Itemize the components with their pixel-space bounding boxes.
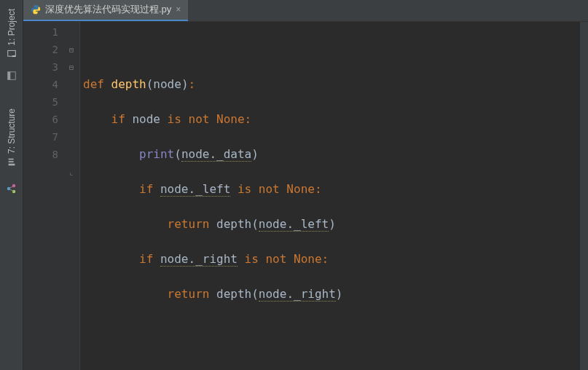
python-file-icon: [31, 4, 41, 15]
tab-filename: 深度优先算法代码实现过程.py: [45, 3, 171, 16]
svg-rect-4: [8, 163, 15, 165]
line-number: 1: [23, 23, 58, 41]
svg-rect-1: [12, 55, 15, 57]
editor[interactable]: 1 2 3 4 5 6 7 8 ⊟ ⊟ ⌞ def depth(node): i…: [23, 22, 588, 370]
code-line: return depth(node._right): [83, 286, 579, 303]
ide-left-toolbar: 1: Project 7: Structure: [0, 0, 23, 370]
line-number: 6: [23, 111, 58, 128]
project-icon: [7, 49, 17, 59]
code-line: return depth(node._left): [83, 216, 579, 233]
svg-rect-5: [8, 161, 13, 162]
code-line: if node is not None:: [83, 111, 579, 128]
svg-line-10: [9, 186, 14, 189]
editor-scrollbar[interactable]: [579, 22, 588, 370]
editor-tab-bar: 深度优先算法代码实现过程.py ×: [23, 0, 588, 22]
fold-marker-icon[interactable]: ⊟: [69, 59, 74, 76]
line-number: 5: [23, 93, 58, 111]
line-number: 7: [23, 128, 58, 146]
sidebar-tab-structure[interactable]: 7: Structure: [4, 103, 20, 173]
svg-rect-6: [8, 158, 13, 160]
code-line: if node._left is not None:: [83, 181, 579, 198]
svg-line-11: [9, 189, 14, 192]
sidebar-tab-label: 1: Project: [7, 9, 17, 46]
code-area[interactable]: def depth(node): if node is not None: pr…: [80, 22, 579, 370]
code-line: def depth(node):: [83, 76, 579, 93]
share-icon: [0, 180, 23, 197]
fold-gutter: ⊟ ⊟ ⌞: [67, 22, 80, 370]
line-number: 2: [23, 41, 58, 58]
structure-icon: [7, 157, 17, 167]
code-line: [83, 41, 579, 58]
svg-rect-3: [7, 71, 10, 79]
line-number: 8: [23, 146, 58, 163]
svg-rect-0: [7, 50, 15, 56]
main-area: 深度优先算法代码实现过程.py × 1 2 3 4 5 6 7 8 ⊟ ⊟ ⌞ …: [23, 0, 588, 370]
tab-close-icon[interactable]: ×: [176, 4, 181, 15]
editor-tab[interactable]: 深度优先算法代码实现过程.py ×: [23, 0, 188, 21]
sidebar-tab-label: 7: Structure: [7, 109, 17, 154]
sidebar-tab-project[interactable]: 1: Project: [4, 3, 20, 65]
fold-marker-icon[interactable]: ⊟: [69, 42, 74, 59]
fold-end-icon: ⌞: [69, 164, 74, 181]
layout-icon: [7, 71, 17, 81]
line-number: 3: [23, 58, 58, 76]
line-number: 4: [23, 76, 58, 93]
line-number-gutter: 1 2 3 4 5 6 7 8: [23, 22, 67, 370]
code-line: print(node._data): [83, 146, 579, 163]
code-line: if node._right is not None:: [83, 251, 579, 268]
